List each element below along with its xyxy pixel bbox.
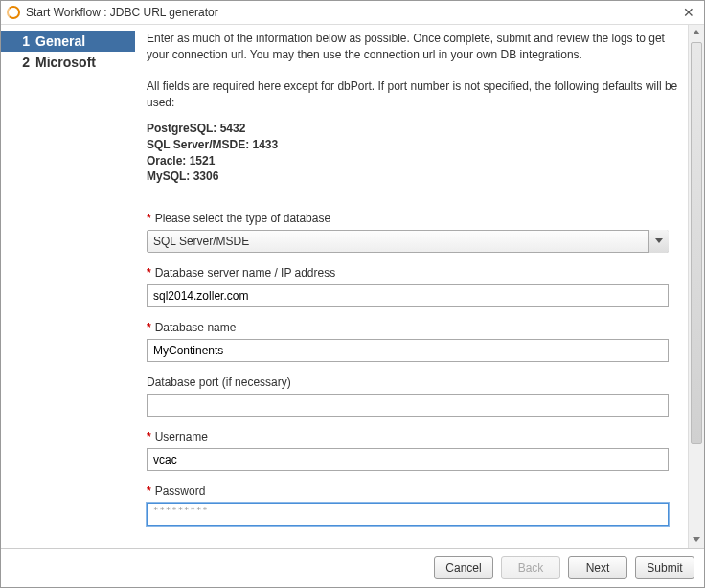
label-dbtype: * Please select the type of database [147, 212, 678, 225]
step-number: 1 [14, 34, 30, 49]
back-button: Back [501, 556, 560, 579]
required-icon: * [147, 212, 151, 225]
step-label: General [35, 34, 85, 49]
required-icon: * [147, 266, 151, 280]
dialog-body: 1 General 2 Microsoft Enter as much of t… [1, 25, 704, 548]
wizard-sidebar: 1 General 2 Microsoft [1, 25, 135, 548]
submit-button[interactable]: Submit [635, 556, 694, 579]
input-dbname[interactable] [147, 339, 669, 362]
defaults-list: PostgreSQL: 5432 SQL Server/MSDE: 1433 O… [147, 121, 678, 185]
label-username: * Username [147, 430, 678, 443]
field-password: * Password ********* [147, 485, 678, 526]
svg-marker-2 [693, 537, 700, 542]
chevron-down-icon[interactable] [648, 230, 669, 253]
input-port[interactable] [147, 394, 669, 417]
content-wrap: Enter as much of the information below a… [135, 25, 704, 548]
scroll-down-icon[interactable] [689, 532, 704, 548]
step-number: 2 [14, 55, 30, 70]
field-port: Database port (if necessary) [147, 375, 678, 417]
scrollbar[interactable] [688, 25, 704, 548]
field-dbname: * Database name [147, 321, 678, 362]
field-username: * Username [147, 430, 678, 471]
default-mysql: MySQL: 3306 [147, 169, 678, 185]
select-dbtype-value[interactable]: SQL Server/MSDE [147, 230, 669, 253]
form-content: Enter as much of the information below a… [135, 25, 688, 548]
svg-marker-1 [693, 30, 700, 34]
intro-text: Enter as much of the information below a… [147, 31, 678, 111]
intro-line1: Enter as much of the information below a… [147, 32, 665, 61]
scroll-thumb[interactable] [691, 42, 702, 444]
default-postgresql: PostgreSQL: 5432 [147, 121, 678, 137]
next-button[interactable]: Next [568, 556, 627, 579]
close-icon[interactable]: ✕ [679, 5, 698, 20]
input-server[interactable] [147, 284, 669, 307]
label-port: Database port (if necessary) [147, 375, 678, 389]
default-sqlserver: SQL Server/MSDE: 1433 [147, 137, 678, 153]
label-password: * Password [147, 485, 678, 498]
svg-marker-0 [655, 238, 663, 243]
required-icon: * [147, 430, 151, 443]
required-icon: * [147, 321, 151, 334]
window-title: Start Workflow : JDBC URL generator [26, 6, 679, 19]
app-icon [7, 6, 20, 19]
sidebar-step-microsoft[interactable]: 2 Microsoft [1, 52, 135, 73]
required-icon: * [147, 485, 151, 498]
scroll-up-icon[interactable] [689, 25, 704, 40]
step-label: Microsoft [35, 55, 96, 70]
cancel-button[interactable]: Cancel [434, 556, 493, 579]
select-dbtype[interactable]: SQL Server/MSDE [147, 230, 669, 253]
field-server: * Database server name / IP address [147, 266, 678, 307]
input-password[interactable]: ********* [147, 503, 669, 526]
sidebar-step-general[interactable]: 1 General [1, 31, 135, 52]
dialog-footer: Cancel Back Next Submit [1, 548, 704, 587]
label-dbname: * Database name [147, 321, 678, 334]
intro-line2: All fields are required here except for … [147, 79, 677, 109]
default-oracle: Oracle: 1521 [147, 153, 678, 170]
titlebar: Start Workflow : JDBC URL generator ✕ [1, 1, 704, 25]
dialog-window: Start Workflow : JDBC URL generator ✕ 1 … [0, 0, 705, 588]
field-dbtype: * Please select the type of database SQL… [147, 212, 678, 253]
input-username[interactable] [147, 448, 669, 471]
label-server: * Database server name / IP address [147, 266, 678, 280]
